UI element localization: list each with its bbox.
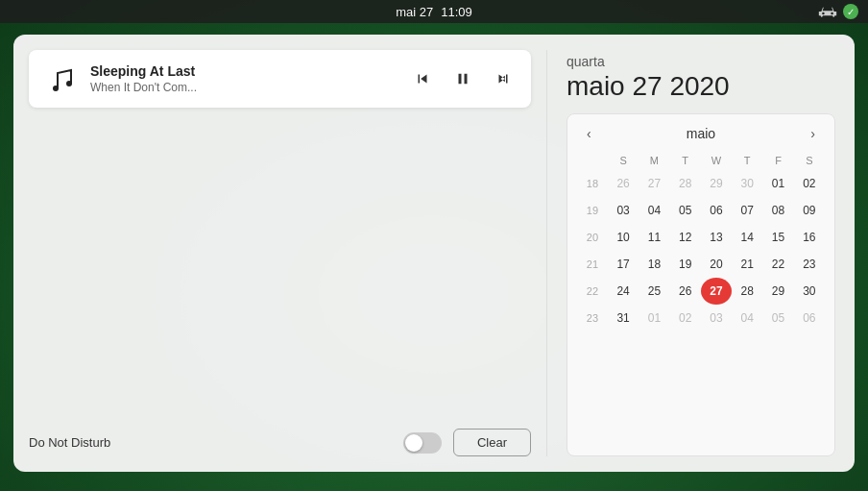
prev-button[interactable] xyxy=(410,66,435,91)
topbar: mai 27 11:09 ✓ xyxy=(0,0,868,23)
cal-day[interactable]: 26 xyxy=(608,170,639,197)
table-row: 2331010203040506 xyxy=(577,305,825,331)
right-panel: quarta maio 27 2020 ‹ maio › SMTWTFS 182… xyxy=(547,35,855,472)
dnd-right: Clear xyxy=(403,429,531,456)
music-info: Sleeping At Last When It Don't Com... xyxy=(90,63,398,94)
cal-day[interactable]: 30 xyxy=(732,170,762,197)
table-row: 2117181920212223 xyxy=(577,251,825,278)
cal-week-number: 20 xyxy=(577,224,608,251)
cal-day[interactable]: 22 xyxy=(762,251,793,278)
cal-day[interactable]: 14 xyxy=(732,224,762,251)
cal-month-label: maio xyxy=(687,126,715,141)
cal-day[interactable]: 28 xyxy=(732,278,762,305)
svg-point-1 xyxy=(66,81,72,86)
cal-weekday-header: T xyxy=(732,151,762,170)
cal-day[interactable]: 20 xyxy=(701,251,732,278)
cal-day[interactable]: 07 xyxy=(732,197,762,224)
cal-day[interactable]: 10 xyxy=(608,224,639,251)
cal-day[interactable]: 31 xyxy=(608,305,639,331)
cal-day[interactable]: 08 xyxy=(762,197,793,224)
cal-day[interactable]: 16 xyxy=(794,224,825,251)
cal-day[interactable]: 02 xyxy=(794,170,825,197)
cal-day[interactable]: 21 xyxy=(732,251,762,278)
cal-weekday-header: F xyxy=(762,151,793,170)
pause-button[interactable] xyxy=(450,66,475,91)
cal-week-number: 22 xyxy=(577,278,608,305)
cal-today[interactable]: 27 xyxy=(701,278,732,305)
table-row: 2010111213141516 xyxy=(577,224,825,251)
music-controls xyxy=(410,66,516,91)
cal-weeknum-header xyxy=(577,151,608,170)
cal-day[interactable]: 27 xyxy=(639,170,669,197)
cal-day[interactable]: 06 xyxy=(794,305,825,331)
music-artist: When It Don't Com... xyxy=(90,81,398,94)
table-row: 1826272829300102 xyxy=(577,170,825,197)
table-row: 2224252627282930 xyxy=(577,278,825,305)
cal-week-number: 19 xyxy=(577,197,608,224)
cal-day[interactable]: 29 xyxy=(701,170,732,197)
cal-day[interactable]: 25 xyxy=(639,278,669,305)
cal-day[interactable]: 13 xyxy=(701,224,732,251)
main-panel: Sleeping At Last When It Don't Com... xyxy=(13,35,855,472)
cal-weekday-header: S xyxy=(608,151,639,170)
dnd-label: Do Not Disturb xyxy=(29,435,110,450)
calendar-header: quarta maio 27 2020 xyxy=(567,54,835,102)
calendar-body: 1826272829300102190304050607080920101112… xyxy=(577,170,825,331)
topbar-datetime: mai 27 11:09 xyxy=(396,5,472,19)
cal-day[interactable]: 03 xyxy=(701,305,732,331)
calendar-widget: ‹ maio › SMTWTFS 18262728293001021903040… xyxy=(567,113,835,456)
cal-weekday-header: T xyxy=(670,151,701,170)
cal-day[interactable]: 19 xyxy=(670,251,701,278)
cal-next-button[interactable]: › xyxy=(805,124,821,143)
cal-day[interactable]: 01 xyxy=(762,170,793,197)
cal-day[interactable]: 23 xyxy=(794,251,825,278)
cal-week-number: 18 xyxy=(577,170,608,197)
table-row: 1903040506070809 xyxy=(577,197,825,224)
cal-prev-button[interactable]: ‹ xyxy=(581,124,597,143)
topbar-right: ✓ xyxy=(818,4,858,19)
cal-day[interactable]: 02 xyxy=(670,305,701,331)
cal-week-number: 23 xyxy=(577,305,608,331)
cal-day[interactable]: 04 xyxy=(732,305,762,331)
svg-point-0 xyxy=(53,86,59,91)
cal-day[interactable]: 06 xyxy=(701,197,732,224)
cal-day[interactable]: 05 xyxy=(670,197,701,224)
topbar-time: 11:09 xyxy=(441,5,472,19)
cal-weekday-header: M xyxy=(639,151,669,170)
check-status-icon: ✓ xyxy=(843,4,858,19)
cal-day[interactable]: 29 xyxy=(762,278,793,305)
cal-day[interactable]: 28 xyxy=(670,170,701,197)
car-icon xyxy=(818,5,837,18)
dnd-toggle[interactable] xyxy=(403,432,442,454)
cal-day[interactable]: 05 xyxy=(762,305,793,331)
cal-day[interactable]: 15 xyxy=(762,224,793,251)
clear-button[interactable]: Clear xyxy=(453,429,531,456)
cal-week-number: 21 xyxy=(577,251,608,278)
cal-day[interactable]: 01 xyxy=(639,305,669,331)
cal-weekday-header: W xyxy=(701,151,732,170)
cal-day[interactable]: 17 xyxy=(608,251,639,278)
cal-day[interactable]: 18 xyxy=(639,251,669,278)
left-panel: Sleeping At Last When It Don't Com... xyxy=(13,35,546,472)
bottom-controls: Do Not Disturb Clear xyxy=(29,429,531,456)
cal-day[interactable]: 04 xyxy=(639,197,669,224)
calendar-full-date: maio 27 2020 xyxy=(567,71,835,102)
cal-day[interactable]: 11 xyxy=(639,224,669,251)
calendar-grid: SMTWTFS 18262728293001021903040506070809… xyxy=(577,151,825,331)
topbar-date: mai 27 xyxy=(396,5,433,19)
calendar-header-row: SMTWTFS xyxy=(577,151,825,170)
cal-day[interactable]: 09 xyxy=(794,197,825,224)
next-button[interactable] xyxy=(491,66,516,91)
calendar-day-name: quarta xyxy=(567,54,835,69)
music-card: Sleeping At Last When It Don't Com... xyxy=(29,50,531,108)
calendar-nav: ‹ maio › xyxy=(577,124,825,143)
cal-day[interactable]: 26 xyxy=(670,278,701,305)
music-title: Sleeping At Last xyxy=(90,63,398,79)
music-note-icon xyxy=(44,61,79,96)
cal-weekday-header: S xyxy=(794,151,825,170)
cal-day[interactable]: 30 xyxy=(794,278,825,305)
cal-day[interactable]: 12 xyxy=(670,224,701,251)
cal-day[interactable]: 24 xyxy=(608,278,639,305)
cal-day[interactable]: 03 xyxy=(608,197,639,224)
